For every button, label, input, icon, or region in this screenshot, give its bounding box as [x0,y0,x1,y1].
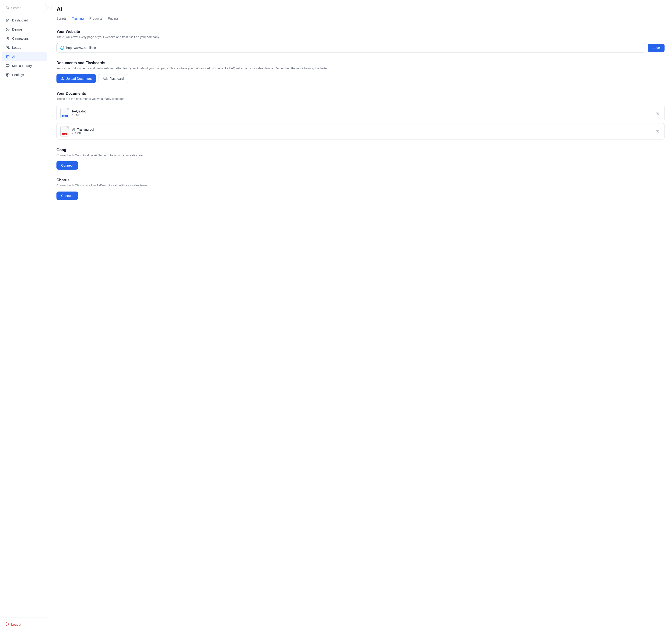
upload-document-button[interactable]: Upload Document [57,74,96,83]
sidebar-item-label-settings: Settings [12,73,24,77]
svg-marker-3 [7,29,8,30]
logout-label: Logout [11,622,21,626]
upload-icon [61,77,64,81]
sidebar-item-label-leads: Leads [12,46,21,49]
doc-icon-faq: DOC [61,108,69,118]
doc-badge-ai: PDF [62,133,67,135]
doc-name-ai: AI_Training.pdf [72,128,94,131]
main-content: AI Scripts Training Products Pricing You… [49,0,672,635]
sidebar-item-dashboard[interactable]: Dashboard [2,16,47,25]
documents-flashcards-section: Documents and Flashcards You can add doc… [57,61,665,83]
website-section-title: Your Website [57,30,665,34]
sidebar-collapse-button[interactable] [46,5,52,10]
sidebar-item-label-demos: Demos [12,27,22,31]
upload-document-label: Upload Document [66,77,92,81]
your-documents-title: Your Documents [57,91,665,96]
tab-training[interactable]: Training [72,17,84,23]
doc-name-faq: FAQs.doc [72,109,86,113]
sidebar-item-campaigns[interactable]: Campaigns [2,34,47,43]
chorus-connect-button[interactable]: Connect [57,192,78,200]
website-section-desc: The AI will crawl every page of your web… [57,35,665,39]
sidebar-item-settings[interactable]: Settings [2,70,47,79]
sidebar-item-label-media-library: Media Library [12,64,32,68]
sidebar-item-demos[interactable]: Demos [2,25,47,34]
sidebar-item-leads[interactable]: Leads [2,43,47,52]
svg-point-20 [7,74,8,75]
logout-button[interactable]: Logout [4,620,45,629]
tab-pricing[interactable]: Pricing [108,17,118,23]
url-input-wrap[interactable]: 🌐 [57,43,645,52]
url-row: 🌐 Save [57,43,665,52]
chorus-section: Chorus Connect with Chorus to allow AirD… [57,178,665,200]
chorus-title: Chorus [57,178,665,182]
nav-menu: Dashboard Demos Campaigns Leads [0,16,49,617]
monitor-icon [6,64,10,68]
sidebar: Dashboard Demos Campaigns Leads [0,0,49,635]
sidebar-footer: Logout [0,617,49,631]
document-list: DOC FAQs.doc 16 MB PDF [57,105,665,139]
documents-section-title: Documents and Flashcards [57,61,665,65]
document-item: PDF AI_Training.pdf 4.2 MB [57,123,665,139]
save-button[interactable]: Save [648,44,665,52]
settings-icon [6,73,10,77]
svg-rect-17 [6,64,9,66]
your-documents-section: Your Documents These are the documents y… [57,91,665,139]
delete-doc-faq-button[interactable] [655,110,660,116]
search-icon [6,6,9,10]
doc-icon-ai: PDF [61,126,69,136]
svg-rect-7 [6,56,9,58]
sidebar-item-label-dashboard: Dashboard [12,18,28,22]
website-section: Your Website The AI will crawl every pag… [57,30,665,52]
gong-title: Gong [57,148,665,152]
doc-info-faq: FAQs.doc 16 MB [72,109,86,117]
send-icon [6,37,10,41]
doc-badge-faq: DOC [62,115,67,117]
users-icon [6,45,10,50]
tab-scripts[interactable]: Scripts [57,17,66,23]
globe-icon: 🌐 [60,46,64,50]
doc-left-ai: PDF AI_Training.pdf 4.2 MB [61,126,94,136]
sidebar-item-media-library[interactable]: Media Library [2,61,47,70]
tab-products[interactable]: Products [89,17,102,23]
doc-info-ai: AI_Training.pdf 4.2 MB [72,128,94,135]
gong-connect-button[interactable]: Connect [57,161,78,170]
documents-section-desc: You can add documents and flashcards to … [57,66,665,71]
doc-size-faq: 16 MB [72,114,86,117]
svg-point-2 [6,28,9,31]
your-documents-desc: These are the documents you've already u… [57,96,665,101]
gong-desc: Connect with Gong to allow AirDemo to tr… [57,153,665,158]
document-action-buttons: Upload Document Add Flashcard [57,74,665,83]
page-title: AI [57,6,665,13]
doc-size-ai: 4.2 MB [72,132,94,135]
svg-line-1 [8,8,9,9]
logout-icon [6,622,9,627]
search-box[interactable] [3,4,46,12]
cpu-icon [6,54,10,59]
doc-left-faq: DOC FAQs.doc 16 MB [61,108,86,118]
home-icon [6,18,10,22]
add-flashcard-button[interactable]: Add Flashcard [98,74,128,83]
svg-rect-8 [7,56,8,57]
document-item: DOC FAQs.doc 16 MB [57,105,665,121]
delete-doc-ai-button[interactable] [655,129,660,134]
sidebar-item-label-campaigns: Campaigns [12,37,29,40]
gong-section: Gong Connect with Gong to allow AirDemo … [57,148,665,170]
search-input[interactable] [11,6,43,10]
url-input[interactable] [66,46,642,50]
sidebar-item-ai[interactable]: AI [2,52,47,61]
svg-point-6 [6,46,8,47]
sidebar-item-label-ai: AI [12,55,15,59]
chorus-desc: Connect with Chorus to allow AirDemo to … [57,183,665,188]
tab-bar: Scripts Training Products Pricing [57,17,665,23]
play-circle-icon [6,27,10,31]
